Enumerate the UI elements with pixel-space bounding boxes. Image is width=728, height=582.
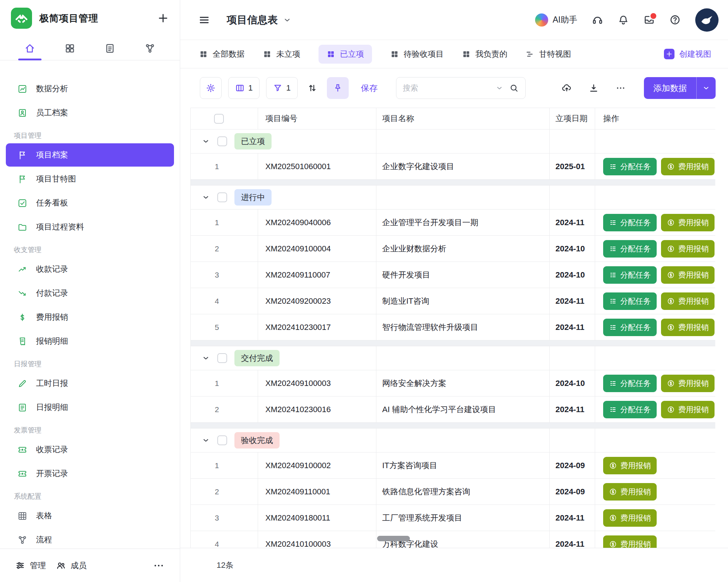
manage-button[interactable]: 管理 xyxy=(15,560,46,571)
add-data-button[interactable]: 添加数据 xyxy=(644,77,716,99)
download-icon[interactable] xyxy=(589,83,599,93)
chevron-down-icon[interactable] xyxy=(495,84,503,92)
table-row[interactable]: 3XM202409180011工厂管理系统开发项目2024-11费用报销 xyxy=(191,505,715,531)
expense-button[interactable]: 费用报销 xyxy=(661,266,715,284)
sidebar-item[interactable]: 数据分析 xyxy=(6,77,174,100)
chevron-down-icon[interactable] xyxy=(202,354,210,362)
ai-assistant-button[interactable]: AI助手 xyxy=(535,13,577,27)
more-icon[interactable] xyxy=(153,560,165,571)
expense-button[interactable]: 费用报销 xyxy=(603,535,657,548)
search-icon[interactable] xyxy=(509,83,519,93)
avatar[interactable] xyxy=(695,8,719,32)
assign-task-button[interactable]: 分配任务 xyxy=(603,375,657,392)
column-header-name: 项目名称 xyxy=(376,108,550,129)
expense-button[interactable]: 费用报销 xyxy=(661,375,715,392)
view-tab[interactable]: 待验收项目 xyxy=(390,49,444,60)
add-workspace-icon[interactable] xyxy=(157,12,169,24)
more-actions-icon[interactable] xyxy=(616,83,626,93)
sidebar-item-label: 项目甘特图 xyxy=(36,174,76,184)
pin-button[interactable] xyxy=(327,77,349,99)
assign-task-button[interactable]: 分配任务 xyxy=(603,266,657,284)
table-body: 已立项1XM202501060001企业数字化建设项目2025-01分配任务费用… xyxy=(191,129,715,548)
table-row[interactable]: 1XM202409100002IT方案咨询项目2024-09费用报销 xyxy=(191,453,715,479)
filter-button[interactable]: 1 xyxy=(266,77,297,99)
sidebar-item[interactable]: 项目甘特图 xyxy=(6,167,174,191)
sidebar-item[interactable]: 收款记录 xyxy=(6,258,174,281)
bell-icon[interactable] xyxy=(618,14,629,25)
horizontal-scrollbar[interactable] xyxy=(377,536,410,541)
sidebar-nav-document[interactable] xyxy=(103,36,117,60)
sidebar-nav-workflow[interactable] xyxy=(143,36,157,60)
sidebar-item[interactable]: 项目档案 xyxy=(6,143,174,167)
sidebar-item[interactable]: 收票记录 xyxy=(6,438,174,461)
expense-button[interactable]: 费用报销 xyxy=(603,509,657,527)
expense-button[interactable]: 费用报销 xyxy=(603,483,657,501)
sidebar-item[interactable]: 表格 xyxy=(6,504,174,527)
table-row[interactable]: 2XM202409110001铁路信息化管理方案咨询2024-09费用报销 xyxy=(191,479,715,505)
expense-button[interactable]: 费用报销 xyxy=(661,292,715,310)
table-row[interactable]: 4XM202409200023制造业IT咨询2024-11分配任务费用报销 xyxy=(191,288,715,314)
create-view-button[interactable]: 创建视图 xyxy=(664,49,711,60)
view-tab[interactable]: 我负责的 xyxy=(462,49,507,60)
sidebar-item[interactable]: 员工档案 xyxy=(6,101,174,124)
add-data-caret[interactable] xyxy=(697,84,716,92)
table-row[interactable]: 1XM202409100003网络安全解决方案2024-10分配任务费用报销 xyxy=(191,370,715,396)
save-button[interactable]: 保存 xyxy=(361,83,378,94)
table-row[interactable]: 2XM202410230016AI 辅助个性化学习平台建设项目2024-11分配… xyxy=(191,396,715,423)
select-all-checkbox[interactable] xyxy=(214,114,224,124)
sidebar-item[interactable]: 报销明细 xyxy=(6,330,174,353)
sidebar-nav-home[interactable] xyxy=(23,36,37,60)
table-row[interactable]: 5XM202410230017智行物流管理软件升级项目2024-11分配任务费用… xyxy=(191,314,715,340)
assign-task-button[interactable]: 分配任务 xyxy=(603,292,657,310)
expense-button[interactable]: 费用报销 xyxy=(603,457,657,474)
table-row[interactable]: 2XM202409100004企业业财数据分析2024-10分配任务费用报销 xyxy=(191,236,715,262)
table-row[interactable]: 4XM202410100003万科数字化建设2024-11费用报销 xyxy=(191,531,715,548)
group-checkbox[interactable] xyxy=(217,353,227,363)
group-checkbox[interactable] xyxy=(217,136,227,146)
view-tab[interactable]: 全部数据 xyxy=(199,49,245,60)
fields-button[interactable]: 1 xyxy=(228,77,260,99)
assign-task-button[interactable]: 分配任务 xyxy=(603,240,657,258)
chevron-down-icon[interactable] xyxy=(202,436,210,445)
hamburger-menu-icon[interactable] xyxy=(198,14,210,26)
assign-task-button[interactable]: 分配任务 xyxy=(603,214,657,231)
sidebar-item[interactable]: 项目过程资料 xyxy=(6,215,174,239)
members-button[interactable]: 成员 xyxy=(56,560,87,571)
sidebar-item[interactable]: 付款记录 xyxy=(6,282,174,305)
expense-button[interactable]: 费用报销 xyxy=(661,158,715,175)
settings-button[interactable] xyxy=(200,77,222,99)
sort-icon[interactable] xyxy=(307,83,317,93)
sidebar-item[interactable]: 费用报销 xyxy=(6,306,174,329)
table-row[interactable]: 3XM202409110007硬件开发项目2024-10分配任务费用报销 xyxy=(191,262,715,288)
inbox-icon[interactable] xyxy=(644,14,655,25)
help-icon[interactable] xyxy=(669,14,681,25)
group-checkbox[interactable] xyxy=(217,435,227,445)
sidebar-nav-grid[interactable] xyxy=(63,36,77,60)
page-title[interactable]: 项目信息表 xyxy=(227,13,292,27)
sidebar-item[interactable]: 工时日报 xyxy=(6,372,174,395)
search-input[interactable] xyxy=(403,84,491,92)
table-row[interactable]: 1XM202409040006企业管理平台开发项目一期2024-11分配任务费用… xyxy=(191,210,715,236)
sidebar-item[interactable]: 流程 xyxy=(6,528,174,549)
view-tab[interactable]: 已立项 xyxy=(318,45,372,64)
chevron-down-icon[interactable] xyxy=(202,137,210,146)
expense-button[interactable]: 费用报销 xyxy=(661,319,715,336)
chevron-down-icon[interactable] xyxy=(202,193,210,202)
expense-button[interactable]: 费用报销 xyxy=(661,214,715,231)
group-checkbox[interactable] xyxy=(217,192,227,202)
view-tab[interactable]: 甘特视图 xyxy=(526,49,571,60)
view-tab[interactable]: 未立项 xyxy=(263,49,300,60)
project-name: 智行物流管理软件升级项目 xyxy=(376,314,550,340)
expense-button[interactable]: 费用报销 xyxy=(661,401,715,418)
headset-icon[interactable] xyxy=(592,14,603,25)
assign-task-button[interactable]: 分配任务 xyxy=(603,401,657,418)
assign-task-button[interactable]: 分配任务 xyxy=(603,158,657,175)
table-row[interactable]: 1XM202501060001企业数字化建设项目2025-01分配任务费用报销 xyxy=(191,154,715,180)
sidebar-item[interactable]: 开票记录 xyxy=(6,462,174,485)
sidebar-item[interactable]: 任务看板 xyxy=(6,191,174,215)
cloud-upload-icon[interactable] xyxy=(562,83,572,93)
assign-task-button[interactable]: 分配任务 xyxy=(603,319,657,336)
sidebar-item[interactable]: 日报明细 xyxy=(6,396,174,419)
coin-icon xyxy=(667,297,675,305)
expense-button[interactable]: 费用报销 xyxy=(661,240,715,258)
